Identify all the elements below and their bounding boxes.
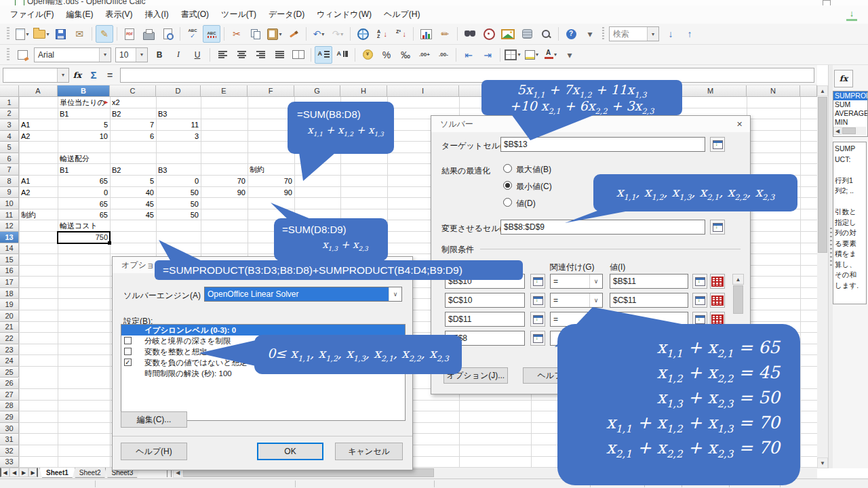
- background-color-icon[interactable]: ▾: [523, 46, 540, 64]
- borders-icon-dropdown-arrow[interactable]: ▾: [517, 52, 520, 58]
- row-header-3[interactable]: 3: [0, 119, 19, 131]
- row-header-20[interactable]: 20: [0, 310, 19, 322]
- column-header-D[interactable]: D: [156, 85, 201, 97]
- row-header-23[interactable]: 23: [0, 344, 19, 356]
- constraints-scroll-up-icon[interactable]: ▲: [732, 274, 744, 285]
- cell-C1[interactable]: x2: [110, 97, 156, 108]
- row-header-21[interactable]: 21: [0, 322, 19, 333]
- radio-minimum[interactable]: [503, 181, 512, 190]
- menu-item[interactable]: ウィンドウ(W): [311, 6, 378, 23]
- constraint-2-shrink-button[interactable]: [530, 293, 545, 308]
- row-header-33[interactable]: 33: [0, 457, 19, 468]
- find-replace-icon[interactable]: [461, 25, 479, 43]
- toolbar-grab-handle[interactable]: [7, 48, 9, 62]
- row-header-29[interactable]: 29: [0, 411, 19, 423]
- bold-icon[interactable]: B: [151, 46, 168, 64]
- navigator-icon[interactable]: [480, 25, 498, 43]
- row-header-32[interactable]: 32: [0, 445, 19, 457]
- row-header-15[interactable]: 15: [0, 254, 19, 266]
- row-header-5[interactable]: 5: [0, 142, 19, 153]
- function-equals-icon[interactable]: =: [102, 68, 117, 83]
- row-header-17[interactable]: 17: [0, 277, 19, 288]
- add-decimal-icon[interactable]: .00+: [416, 46, 433, 64]
- search-combo-arrow-icon[interactable]: ▾: [647, 27, 658, 41]
- merge-cells-icon[interactable]: [290, 46, 307, 64]
- selected-cell-B13[interactable]: 750: [57, 231, 111, 244]
- redo-icon-dropdown-arrow[interactable]: ▾: [340, 31, 343, 37]
- column-header-A[interactable]: A: [19, 85, 58, 97]
- help-button[interactable]: ヘルプ(H): [121, 443, 187, 460]
- function-list-hscrollbar[interactable]: ◀: [833, 127, 866, 135]
- constraint-2-operator-combo[interactable]: =∨: [550, 293, 603, 308]
- cell-D8[interactable]: 0: [156, 176, 201, 187]
- target-cell-input[interactable]: $B$13: [500, 137, 705, 152]
- row-header-18[interactable]: 18: [0, 288, 19, 300]
- cell-F8[interactable]: 70: [248, 176, 294, 187]
- constraint-2-value-shrink-button[interactable]: [692, 293, 707, 308]
- spellcheck-icon[interactable]: [184, 25, 201, 43]
- function-list-item[interactable]: AVERAGE: [833, 109, 867, 118]
- font-name-combo-arrow-icon[interactable]: ▾: [99, 48, 111, 62]
- increase-indent-icon[interactable]: ⇥: [479, 46, 496, 64]
- row-header-10[interactable]: 10: [0, 198, 19, 209]
- cell-C9[interactable]: 40: [110, 187, 156, 199]
- menu-item[interactable]: 書式(O): [175, 6, 215, 23]
- cell-A11[interactable]: 制約: [19, 209, 58, 221]
- search-down-icon[interactable]: ↓: [662, 25, 679, 43]
- gallery-icon[interactable]: [499, 25, 517, 43]
- cell-D2[interactable]: B3: [156, 108, 201, 120]
- update-download-icon[interactable]: ↓: [846, 9, 857, 21]
- previous-sheet-icon[interactable]: ◀: [9, 468, 19, 477]
- font-color-icon[interactable]: ▾: [542, 46, 559, 64]
- constraint-1-shrink-button[interactable]: [530, 274, 545, 289]
- insert-chart-icon[interactable]: [417, 25, 435, 43]
- radio-minimum-label[interactable]: 最小値(C): [516, 181, 552, 192]
- function-list-scroll-thumb[interactable]: [842, 127, 856, 134]
- constraint-1-operator-combo[interactable]: =∨: [550, 274, 603, 289]
- cell-B10[interactable]: 65: [58, 198, 110, 209]
- cell-A8[interactable]: A1: [19, 176, 58, 187]
- font-color-icon-dropdown-arrow[interactable]: ▾: [554, 52, 557, 58]
- cell-D11[interactable]: 50: [156, 209, 201, 221]
- edit-button[interactable]: 編集(C)...: [121, 411, 187, 428]
- checked-checkbox-icon[interactable]: ✓: [124, 359, 132, 366]
- cell-E9[interactable]: 90: [201, 187, 248, 199]
- constraint-4-shrink-button[interactable]: [530, 331, 545, 346]
- cell-A3[interactable]: A1: [19, 119, 58, 131]
- cell-D4[interactable]: 3: [156, 131, 201, 142]
- row-header-27[interactable]: 27: [0, 389, 19, 401]
- hyperlink-icon[interactable]: [354, 25, 372, 43]
- cell-C3[interactable]: 7: [110, 119, 156, 131]
- paste-icon[interactable]: ▾: [266, 25, 283, 43]
- cell-D3[interactable]: 11: [156, 119, 201, 131]
- function-list-item[interactable]: SUMPRODUCT: [833, 92, 867, 100]
- cell-B11[interactable]: 65: [58, 209, 110, 221]
- row-header-7[interactable]: 7: [0, 164, 19, 176]
- align-right-icon[interactable]: [252, 46, 269, 64]
- data-sources-icon[interactable]: [518, 25, 536, 43]
- cell-B2[interactable]: B1: [58, 108, 110, 120]
- scroll-up-icon[interactable]: ▲: [817, 85, 828, 96]
- new-document-icon-dropdown-arrow[interactable]: ▾: [26, 31, 28, 37]
- cell-B1[interactable]: 単位当たりの: [58, 97, 110, 108]
- cell-C8[interactable]: 5: [110, 176, 156, 187]
- row-header-8[interactable]: 8: [0, 176, 19, 187]
- row-header-2[interactable]: 2: [0, 108, 19, 120]
- radio-maximum[interactable]: [503, 164, 512, 173]
- menu-item[interactable]: 表示(V): [99, 6, 138, 23]
- zoom-icon[interactable]: [537, 25, 555, 43]
- sort-descending-icon[interactable]: [392, 25, 410, 43]
- column-header-G[interactable]: G: [294, 85, 340, 97]
- copy-icon[interactable]: [247, 25, 264, 43]
- function-panel-fx-icon[interactable]: fx: [834, 70, 853, 87]
- sum-icon[interactable]: Σ: [86, 68, 101, 83]
- first-sheet-icon[interactable]: ◀: [0, 468, 9, 477]
- ok-button[interactable]: OK: [257, 443, 323, 460]
- changing-cells-input[interactable]: $B$8:$D$9: [500, 220, 705, 235]
- cell-D7[interactable]: B3: [156, 164, 201, 176]
- function-list-item[interactable]: MIN: [833, 118, 867, 127]
- cell-C4[interactable]: 6: [110, 131, 156, 142]
- underline-icon[interactable]: U: [189, 46, 206, 64]
- next-sheet-icon[interactable]: ▶: [19, 468, 28, 477]
- row-header-24[interactable]: 24: [0, 355, 19, 367]
